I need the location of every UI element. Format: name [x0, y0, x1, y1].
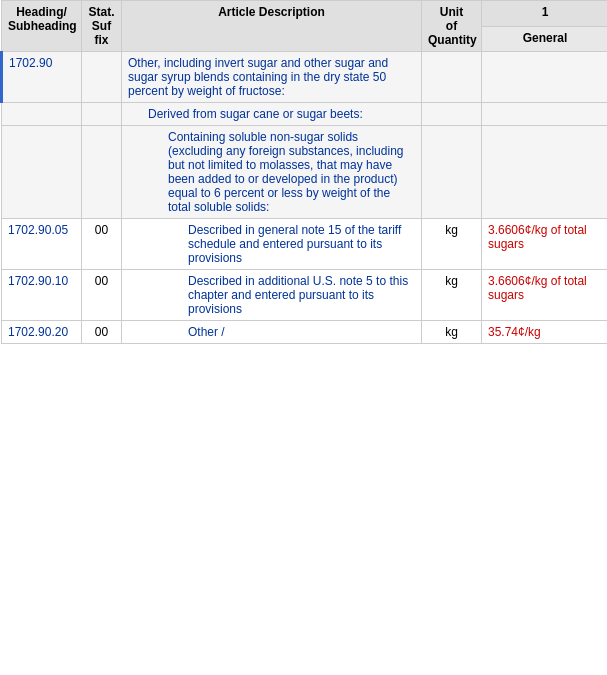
table-header-row: Heading/ Subheading Stat.Suffix Article …	[2, 1, 608, 27]
article-cell: Other, including invert sugar and other …	[122, 52, 422, 103]
article-description-header: Article Description	[122, 1, 422, 52]
unit-cell: kg	[422, 321, 482, 344]
suffix-cell	[82, 52, 122, 103]
suffix-cell: 00	[82, 321, 122, 344]
stat-suffix-header: Stat.Suffix	[82, 1, 122, 52]
heading-cell: 1702.90.05	[2, 219, 82, 270]
unit-cell: kg	[422, 270, 482, 321]
article-cell: Described in general note 15 of the tari…	[122, 219, 422, 270]
heading-cell: 1702.90	[2, 52, 82, 103]
article-cell: Other /	[122, 321, 422, 344]
unit-quantity-header: UnitofQuantity	[422, 1, 482, 52]
general-header: General	[482, 26, 608, 52]
table-row: Derived from sugar cane or sugar beets:	[2, 103, 608, 126]
heading-subheading-header: Heading/ Subheading	[2, 1, 82, 52]
table-row: 1702.90.20 00 Other / kg 35.74¢/kg	[2, 321, 608, 344]
article-cell: Containing soluble non-sugar solids (exc…	[122, 126, 422, 219]
table-row: 1702.90.10 00 Described in additional U.…	[2, 270, 608, 321]
heading-cell: 1702.90.10	[2, 270, 82, 321]
table-row: 1702.90.05 00 Described in general note …	[2, 219, 608, 270]
rates-of-duty-header: 1	[482, 1, 608, 27]
suffix-cell: 00	[82, 270, 122, 321]
heading-cell	[2, 103, 82, 126]
unit-cell	[422, 52, 482, 103]
general-cell	[482, 52, 608, 103]
heading-cell	[2, 126, 82, 219]
table-row: Containing soluble non-sugar solids (exc…	[2, 126, 608, 219]
heading-cell: 1702.90.20	[2, 321, 82, 344]
suffix-cell: 00	[82, 219, 122, 270]
article-cell: Described in additional U.S. note 5 to t…	[122, 270, 422, 321]
unit-cell	[422, 103, 482, 126]
table-row: 1702.90 Other, including invert sugar an…	[2, 52, 608, 103]
general-cell: 3.6606¢/kg of total sugars	[482, 270, 608, 321]
general-cell	[482, 126, 608, 219]
general-cell: 35.74¢/kg	[482, 321, 608, 344]
general-cell	[482, 103, 608, 126]
article-cell: Derived from sugar cane or sugar beets:	[122, 103, 422, 126]
suffix-cell	[82, 126, 122, 219]
unit-cell: kg	[422, 219, 482, 270]
unit-cell	[422, 126, 482, 219]
suffix-cell	[82, 103, 122, 126]
general-cell: 3.6606¢/kg of total sugars	[482, 219, 608, 270]
